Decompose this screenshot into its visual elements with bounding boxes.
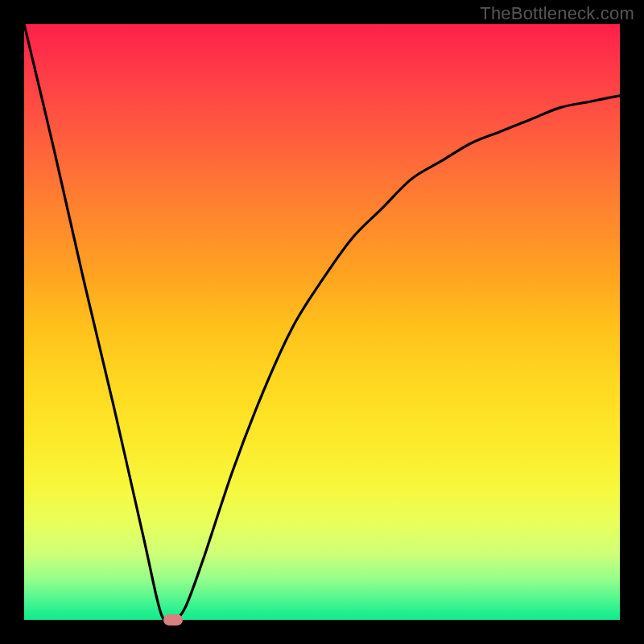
chart-frame: TheBottleneck.com bbox=[0, 0, 644, 644]
bottleneck-curve bbox=[24, 24, 620, 620]
watermark-text: TheBottleneck.com bbox=[480, 3, 634, 24]
curve-svg bbox=[24, 24, 620, 620]
optimum-marker bbox=[163, 614, 183, 625]
plot-area bbox=[24, 24, 620, 620]
